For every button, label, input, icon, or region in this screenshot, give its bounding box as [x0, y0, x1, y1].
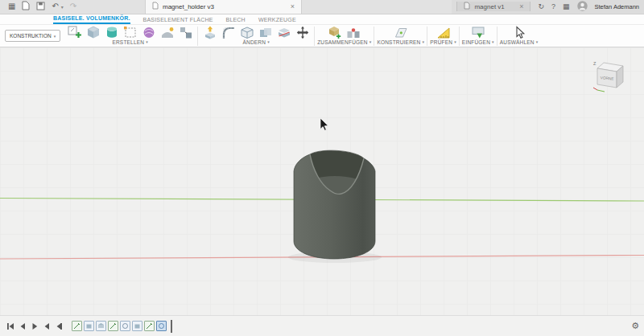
group-label-erstellen[interactable]: ERSTELLEN ▾ — [112, 39, 147, 45]
undo-caret-icon[interactable]: ▾ — [61, 4, 64, 10]
timeline-feature-icon[interactable] — [144, 321, 155, 331]
group-label-text: PRÜFEN — [430, 39, 452, 45]
create-sketch-icon — [67, 26, 83, 39]
joint-button[interactable] — [345, 26, 363, 39]
construction-plane-button[interactable] — [391, 26, 410, 39]
ribbon-tab-sheetmetal[interactable]: BLECH — [226, 17, 246, 24]
timeline-playhead[interactable] — [171, 320, 172, 333]
job-status-icon[interactable]: ↻ — [538, 3, 544, 10]
file-icon[interactable] — [22, 1, 30, 12]
pattern-button[interactable] — [121, 26, 139, 39]
new-component-button[interactable] — [326, 26, 345, 39]
timeline-feature-icon[interactable] — [120, 321, 130, 331]
titlebar-right: magnet v1 × ↻ ? ▦ Stefan Ademann — [452, 0, 644, 14]
move-icon — [295, 26, 311, 39]
document-tab-label: magnet v1 — [474, 3, 515, 10]
group-label-aendern[interactable]: ÄNDERN ▾ — [242, 39, 269, 45]
chevron-down-icon: ▾ — [267, 39, 270, 44]
chevron-down-icon: ▾ — [492, 39, 494, 44]
divider — [314, 27, 315, 46]
konstruktion-dropdown[interactable]: KONSTRUKTION ▾ — [5, 30, 60, 42]
avatar[interactable] — [577, 1, 588, 13]
skip-end-icon — [55, 322, 63, 330]
group-label-pruefen[interactable]: PRÜFEN ▾ — [430, 39, 456, 45]
close-tab-icon[interactable]: × — [291, 2, 295, 10]
shell-button[interactable] — [237, 26, 256, 39]
konstruktion-label: KONSTRUKTION — [10, 33, 52, 39]
select-cursor-icon — [511, 26, 527, 39]
new-component-icon — [327, 26, 343, 39]
help-icon[interactable]: ? — [551, 3, 555, 10]
tool-group-konstruieren: KONSTRUIEREN ▾ — [377, 26, 424, 45]
derive-button[interactable] — [176, 26, 195, 39]
timeline-skip-end-button[interactable] — [53, 321, 64, 332]
document-tab-inactive[interactable]: magnet v1 × — [456, 2, 530, 11]
close-tab-icon[interactable]: × — [519, 2, 523, 10]
chevron-down-icon: ▾ — [454, 39, 456, 44]
timeline-feature-icon[interactable] — [72, 321, 82, 331]
timeline-feature-icon[interactable] — [96, 321, 106, 331]
coil-button[interactable] — [139, 26, 158, 39]
split-icon — [276, 26, 292, 39]
timeline-step-forward-button[interactable] — [41, 321, 52, 332]
model-magnet-holder[interactable] — [288, 150, 382, 263]
chevron-down-icon: ▾ — [146, 39, 148, 44]
insert-button[interactable] — [469, 26, 487, 39]
ribbon-tab-surface[interactable]: BASISELEMENT FLÄCHE — [143, 17, 213, 24]
timeline-feature-icon[interactable] — [132, 321, 142, 331]
group-label-text: ÄNDERN — [242, 39, 266, 45]
ribbon-tools: KONSTRUKTION ▾ ERSTELLEN ▾ — [0, 25, 644, 47]
group-label-einfuegen[interactable]: EINFÜGEN ▾ — [462, 39, 494, 45]
combine-button[interactable] — [256, 26, 275, 39]
ribbon-tab-tools[interactable]: WERKZEUGE — [258, 17, 296, 24]
chevron-down-icon: ▾ — [422, 39, 424, 44]
fillet-button[interactable] — [219, 26, 237, 39]
apps-grid-icon[interactable]: ▦ — [563, 3, 570, 10]
timeline-feature-icon[interactable] — [84, 321, 94, 331]
ribbon-tab-solid[interactable]: BASISELE. VOLUMENKÖR. — [53, 15, 130, 24]
measure-button[interactable] — [434, 26, 452, 39]
step-back-icon — [19, 322, 27, 330]
press-pull-button[interactable] — [200, 26, 219, 39]
construction-plane-icon — [393, 26, 409, 39]
insert-mesh-icon — [470, 26, 486, 39]
press-pull-icon — [202, 26, 218, 39]
group-label-zusammenfuegen[interactable]: ZUSAMMENFÜGEN ▾ — [317, 39, 371, 45]
user-name[interactable]: Stefan Ademann — [595, 3, 639, 10]
ribbon-tabs: BASISELE. VOLUMENKÖR. BASISELEMENT FLÄCH… — [0, 14, 644, 25]
save-icon[interactable] — [36, 2, 45, 12]
coil-icon — [141, 26, 157, 39]
cylinder-button[interactable] — [102, 26, 121, 39]
timeline-skip-start-button[interactable] — [5, 321, 15, 332]
timeline-feature-icon[interactable] — [108, 321, 118, 331]
split-button[interactable] — [275, 26, 293, 39]
box-button[interactable] — [84, 26, 102, 39]
settings-gear-icon[interactable]: ⚙ — [631, 322, 639, 330]
document-icon — [152, 2, 159, 11]
group-label-konstruieren[interactable]: KONSTRUIEREN ▾ — [377, 39, 424, 45]
form-button[interactable] — [158, 26, 176, 39]
data-panel-grid-icon[interactable]: ▦ — [8, 2, 15, 10]
timeline-bar: ⚙ — [0, 315, 644, 336]
viewport-canvas[interactable]: Z VORNE — [0, 47, 644, 315]
divider — [197, 27, 198, 46]
timeline-step-back-button[interactable] — [17, 321, 27, 332]
group-label-text: AUSWÄHLEN — [500, 39, 535, 45]
timeline-feature-icon[interactable] — [156, 321, 167, 331]
chevron-down-icon: ▾ — [369, 39, 372, 44]
group-label-auswaehlen[interactable]: AUSWÄHLEN ▾ — [500, 39, 539, 45]
derive-icon — [178, 26, 194, 39]
form-icon — [159, 26, 175, 39]
timeline-play-button[interactable] — [29, 321, 39, 332]
move-button[interactable] — [293, 26, 312, 39]
document-tab-active[interactable]: magnet_holder v3 × — [145, 0, 302, 14]
redo-icon[interactable]: ↷ — [70, 2, 76, 10]
create-sketch-button[interactable] — [65, 26, 84, 39]
timeline-feature-track — [72, 320, 172, 333]
undo-icon[interactable]: ↶ — [52, 2, 58, 10]
skip-start-icon — [6, 322, 14, 330]
document-tab-label: magnet_holder v3 — [163, 3, 287, 10]
chevron-down-icon: ▾ — [54, 34, 56, 39]
select-button[interactable] — [510, 26, 528, 39]
chevron-down-icon: ▾ — [536, 39, 539, 44]
